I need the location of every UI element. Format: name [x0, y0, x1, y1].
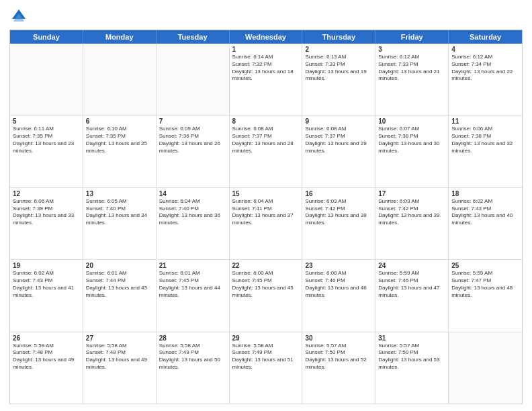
cell-details: Sunrise: 5:58 AMSunset: 7:49 PMDaylight:…	[232, 342, 300, 371]
calendar-cell: 12Sunrise: 6:06 AMSunset: 7:39 PMDayligh…	[10, 188, 83, 259]
cell-details: Sunrise: 6:04 AMSunset: 7:41 PMDaylight:…	[232, 198, 300, 227]
calendar-cell: 28Sunrise: 5:58 AMSunset: 7:49 PMDayligh…	[157, 332, 230, 404]
cell-details: Sunrise: 5:57 AMSunset: 7:50 PMDaylight:…	[378, 342, 445, 371]
cell-details: Sunrise: 6:03 AMSunset: 7:42 PMDaylight:…	[305, 198, 372, 227]
day-number: 14	[159, 190, 226, 197]
cell-details: Sunrise: 6:00 AMSunset: 7:46 PMDaylight:…	[305, 270, 372, 299]
calendar-cell: 11Sunrise: 6:06 AMSunset: 7:38 PMDayligh…	[449, 116, 522, 187]
day-number: 11	[451, 118, 519, 125]
cell-details: Sunrise: 6:01 AMSunset: 7:45 PMDaylight:…	[159, 270, 226, 299]
calendar-body: 1Sunrise: 6:14 AMSunset: 7:32 PMDaylight…	[10, 44, 522, 404]
calendar-cell: 9Sunrise: 6:08 AMSunset: 7:37 PMDaylight…	[302, 116, 375, 187]
day-number: 24	[378, 262, 445, 269]
logo-icon	[9, 7, 28, 26]
calendar-cell: 4Sunrise: 6:12 AMSunset: 7:34 PMDaylight…	[449, 44, 522, 115]
calendar-cell: 13Sunrise: 6:05 AMSunset: 7:40 PMDayligh…	[83, 188, 157, 259]
day-number: 10	[378, 118, 445, 125]
calendar-week-2: 5Sunrise: 6:11 AMSunset: 7:35 PMDaylight…	[10, 115, 522, 187]
calendar-cell: 16Sunrise: 6:03 AMSunset: 7:42 PMDayligh…	[302, 188, 375, 259]
calendar-week-1: 1Sunrise: 6:14 AMSunset: 7:32 PMDaylight…	[10, 44, 522, 115]
calendar-cell: 10Sunrise: 6:07 AMSunset: 7:38 PMDayligh…	[375, 116, 449, 187]
day-number: 28	[159, 334, 226, 342]
day-number: 26	[13, 334, 80, 342]
day-number: 7	[159, 118, 226, 125]
day-header-thursday: Thursday	[302, 30, 375, 44]
cell-details: Sunrise: 6:02 AMSunset: 7:43 PMDaylight:…	[13, 270, 80, 299]
day-number: 12	[13, 190, 80, 197]
calendar-cell: 18Sunrise: 6:02 AMSunset: 7:43 PMDayligh…	[449, 188, 522, 259]
calendar-cell: 20Sunrise: 6:01 AMSunset: 7:44 PMDayligh…	[83, 260, 157, 331]
day-number: 16	[305, 190, 372, 197]
calendar-cell: 17Sunrise: 6:03 AMSunset: 7:42 PMDayligh…	[375, 188, 449, 259]
day-number: 18	[451, 190, 519, 197]
day-number: 31	[378, 334, 445, 342]
calendar-cell: 25Sunrise: 5:59 AMSunset: 7:47 PMDayligh…	[449, 260, 522, 331]
day-number: 4	[451, 46, 519, 53]
day-number: 1	[232, 46, 300, 53]
day-number: 2	[305, 46, 372, 53]
calendar-cell: 26Sunrise: 5:59 AMSunset: 7:48 PMDayligh…	[10, 332, 83, 404]
calendar-cell: 6Sunrise: 6:10 AMSunset: 7:35 PMDaylight…	[83, 116, 157, 187]
calendar-cell: 2Sunrise: 6:13 AMSunset: 7:33 PMDaylight…	[302, 44, 375, 115]
day-number: 25	[451, 262, 519, 269]
calendar-header: SundayMondayTuesdayWednesdayThursdayFrid…	[10, 30, 522, 44]
calendar-cell: 29Sunrise: 5:58 AMSunset: 7:49 PMDayligh…	[230, 332, 303, 404]
calendar-cell: 15Sunrise: 6:04 AMSunset: 7:41 PMDayligh…	[230, 188, 303, 259]
cell-details: Sunrise: 6:05 AMSunset: 7:40 PMDaylight:…	[86, 198, 153, 227]
day-header-saturday: Saturday	[449, 30, 522, 44]
cell-details: Sunrise: 6:01 AMSunset: 7:44 PMDaylight:…	[86, 270, 153, 299]
calendar-cell: 14Sunrise: 6:04 AMSunset: 7:40 PMDayligh…	[157, 188, 230, 259]
day-number: 30	[305, 334, 372, 342]
calendar-cell	[10, 44, 83, 115]
day-header-sunday: Sunday	[10, 30, 83, 44]
day-number: 29	[232, 334, 300, 342]
cell-details: Sunrise: 6:04 AMSunset: 7:40 PMDaylight:…	[159, 198, 226, 227]
cell-details: Sunrise: 6:00 AMSunset: 7:45 PMDaylight:…	[232, 270, 300, 299]
calendar: SundayMondayTuesdayWednesdayThursdayFrid…	[9, 30, 523, 404]
calendar-cell: 24Sunrise: 5:59 AMSunset: 7:46 PMDayligh…	[375, 260, 449, 331]
cell-details: Sunrise: 6:12 AMSunset: 7:34 PMDaylight:…	[451, 54, 519, 83]
day-number: 8	[232, 118, 300, 125]
calendar-cell: 5Sunrise: 6:11 AMSunset: 7:35 PMDaylight…	[10, 116, 83, 187]
calendar-cell: 1Sunrise: 6:14 AMSunset: 7:32 PMDaylight…	[230, 44, 303, 115]
day-number: 6	[86, 118, 153, 125]
cell-details: Sunrise: 6:11 AMSunset: 7:35 PMDaylight:…	[13, 126, 80, 154]
cell-details: Sunrise: 6:06 AMSunset: 7:38 PMDaylight:…	[451, 126, 519, 154]
cell-details: Sunrise: 5:58 AMSunset: 7:48 PMDaylight:…	[86, 342, 153, 371]
calendar-cell: 3Sunrise: 6:12 AMSunset: 7:33 PMDaylight…	[375, 44, 449, 115]
calendar-cell: 8Sunrise: 6:08 AMSunset: 7:37 PMDaylight…	[230, 116, 303, 187]
day-number: 13	[86, 190, 153, 197]
day-number: 19	[13, 262, 80, 269]
calendar-cell	[83, 44, 157, 115]
cell-details: Sunrise: 5:59 AMSunset: 7:48 PMDaylight:…	[13, 342, 80, 371]
header	[9, 7, 523, 26]
calendar-week-4: 19Sunrise: 6:02 AMSunset: 7:43 PMDayligh…	[10, 259, 522, 331]
calendar-cell: 7Sunrise: 6:09 AMSunset: 7:36 PMDaylight…	[157, 116, 230, 187]
cell-details: Sunrise: 6:07 AMSunset: 7:38 PMDaylight:…	[378, 126, 445, 154]
day-number: 20	[86, 262, 153, 269]
day-number: 3	[378, 46, 445, 53]
calendar-cell: 23Sunrise: 6:00 AMSunset: 7:46 PMDayligh…	[302, 260, 375, 331]
calendar-cell: 30Sunrise: 5:57 AMSunset: 7:50 PMDayligh…	[302, 332, 375, 404]
day-header-friday: Friday	[375, 30, 449, 44]
day-header-tuesday: Tuesday	[157, 30, 230, 44]
cell-details: Sunrise: 6:10 AMSunset: 7:35 PMDaylight:…	[86, 126, 153, 154]
calendar-cell	[157, 44, 230, 115]
cell-details: Sunrise: 6:08 AMSunset: 7:37 PMDaylight:…	[232, 126, 300, 154]
cell-details: Sunrise: 5:59 AMSunset: 7:47 PMDaylight:…	[451, 270, 519, 299]
logo	[9, 7, 31, 26]
day-number: 27	[86, 334, 153, 342]
day-number: 23	[305, 262, 372, 269]
cell-details: Sunrise: 6:09 AMSunset: 7:36 PMDaylight:…	[159, 126, 226, 154]
calendar-cell: 22Sunrise: 6:00 AMSunset: 7:45 PMDayligh…	[230, 260, 303, 331]
cell-details: Sunrise: 6:13 AMSunset: 7:33 PMDaylight:…	[305, 54, 372, 83]
day-number: 5	[13, 118, 80, 125]
cell-details: Sunrise: 6:06 AMSunset: 7:39 PMDaylight:…	[13, 198, 80, 227]
day-number: 22	[232, 262, 300, 269]
cell-details: Sunrise: 6:12 AMSunset: 7:33 PMDaylight:…	[378, 54, 445, 83]
day-number: 17	[378, 190, 445, 197]
day-number: 15	[232, 190, 300, 197]
cell-details: Sunrise: 5:57 AMSunset: 7:50 PMDaylight:…	[305, 342, 372, 371]
cell-details: Sunrise: 6:08 AMSunset: 7:37 PMDaylight:…	[305, 126, 372, 154]
day-header-monday: Monday	[83, 30, 157, 44]
